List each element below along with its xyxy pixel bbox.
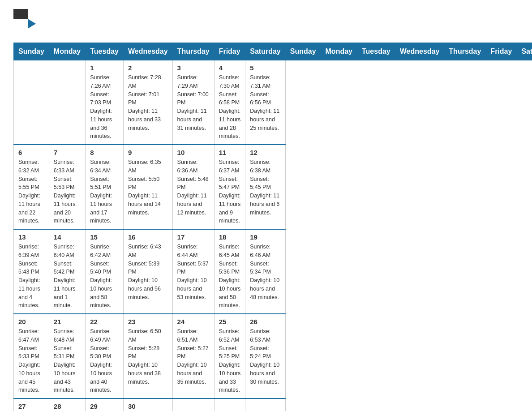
header-thursday: Thursday xyxy=(172,43,214,60)
col-header-sunday: Sunday xyxy=(285,43,321,60)
day-number: 14 xyxy=(54,233,81,241)
calendar-cell: 21Sunrise: 6:48 AMSunset: 5:31 PMDayligh… xyxy=(49,314,85,398)
day-number: 18 xyxy=(219,233,241,241)
day-number: 16 xyxy=(128,233,168,241)
day-number: 21 xyxy=(54,318,81,325)
calendar-table: SundayMondayTuesdayWednesdayThursdayFrid… xyxy=(13,43,532,411)
calendar-cell: 29Sunrise: 6:56 AMSunset: 5:20 PMDayligh… xyxy=(86,398,124,411)
calendar-cell: 17Sunrise: 6:44 AMSunset: 5:37 PMDayligh… xyxy=(172,229,214,314)
calendar-cell xyxy=(245,398,285,411)
calendar-cell xyxy=(49,60,85,145)
day-number: 3 xyxy=(177,64,210,72)
header-monday: Monday xyxy=(49,43,85,60)
day-info: Sunrise: 6:51 AMSunset: 5:27 PMDaylight:… xyxy=(177,327,210,386)
day-info: Sunrise: 6:42 AMSunset: 5:40 PMDaylight:… xyxy=(90,243,119,310)
day-number: 30 xyxy=(128,402,168,410)
day-info: Sunrise: 6:33 AMSunset: 5:53 PMDaylight:… xyxy=(54,158,81,225)
day-number: 8 xyxy=(90,149,119,156)
svg-marker-2 xyxy=(28,19,36,29)
svg-marker-1 xyxy=(13,19,28,29)
day-number: 10 xyxy=(177,149,210,156)
day-info: Sunrise: 6:34 AMSunset: 5:51 PMDaylight:… xyxy=(90,158,119,225)
day-number: 6 xyxy=(18,149,44,156)
calendar-cell: 12Sunrise: 6:38 AMSunset: 5:45 PMDayligh… xyxy=(245,145,285,229)
day-number: 20 xyxy=(18,318,44,325)
day-info: Sunrise: 6:36 AMSunset: 5:48 PMDaylight:… xyxy=(177,158,210,217)
day-info: Sunrise: 6:45 AMSunset: 5:36 PMDaylight:… xyxy=(219,243,241,310)
calendar-cell: 3Sunrise: 7:29 AMSunset: 7:00 PMDaylight… xyxy=(172,60,214,145)
header-wednesday: Wednesday xyxy=(123,43,172,60)
calendar-cell: 6Sunrise: 6:32 AMSunset: 5:55 PMDaylight… xyxy=(14,145,49,229)
calendar-cell: 10Sunrise: 6:36 AMSunset: 5:48 PMDayligh… xyxy=(172,145,214,229)
calendar-cell: 13Sunrise: 6:39 AMSunset: 5:43 PMDayligh… xyxy=(14,229,49,314)
logo xyxy=(13,9,38,34)
svg-rect-0 xyxy=(13,9,28,19)
day-info: Sunrise: 7:28 AMSunset: 7:01 PMDaylight:… xyxy=(128,73,168,132)
day-info: Sunrise: 7:31 AMSunset: 6:56 PMDaylight:… xyxy=(250,73,280,132)
day-info: Sunrise: 6:35 AMSunset: 5:50 PMDaylight:… xyxy=(128,158,168,217)
col-header-tuesday: Tuesday xyxy=(357,43,395,60)
calendar-cell: 18Sunrise: 6:45 AMSunset: 5:36 PMDayligh… xyxy=(214,229,245,314)
header-sunday: Sunday xyxy=(14,43,49,60)
day-info: Sunrise: 6:47 AMSunset: 5:33 PMDaylight:… xyxy=(18,327,44,394)
calendar-cell: 28Sunrise: 6:55 AMSunset: 5:21 PMDayligh… xyxy=(49,398,85,411)
day-info: Sunrise: 6:40 AMSunset: 5:42 PMDaylight:… xyxy=(54,243,81,310)
day-number: 1 xyxy=(90,64,119,72)
day-info: Sunrise: 6:52 AMSunset: 5:25 PMDaylight:… xyxy=(219,327,241,394)
calendar-cell: 24Sunrise: 6:51 AMSunset: 5:27 PMDayligh… xyxy=(172,314,214,398)
calendar-cell: 2Sunrise: 7:28 AMSunset: 7:01 PMDaylight… xyxy=(123,60,172,145)
header-friday: Friday xyxy=(214,43,245,60)
day-info: Sunrise: 6:37 AMSunset: 5:47 PMDaylight:… xyxy=(219,158,241,225)
day-number: 11 xyxy=(219,149,241,156)
day-number: 4 xyxy=(219,64,241,72)
day-number: 13 xyxy=(18,233,44,241)
day-info: Sunrise: 7:30 AMSunset: 6:58 PMDaylight:… xyxy=(219,73,241,141)
page-header xyxy=(13,9,519,34)
day-info: Sunrise: 7:26 AMSunset: 7:03 PMDaylight:… xyxy=(90,73,119,141)
day-number: 29 xyxy=(90,402,119,410)
day-number: 7 xyxy=(54,149,81,156)
calendar-cell: 9Sunrise: 6:35 AMSunset: 5:50 PMDaylight… xyxy=(123,145,172,229)
week-row-5: 27Sunrise: 6:54 AMSunset: 5:23 PMDayligh… xyxy=(14,398,532,411)
day-info: Sunrise: 6:46 AMSunset: 5:34 PMDaylight:… xyxy=(250,243,280,301)
calendar-cell: 5Sunrise: 7:31 AMSunset: 6:56 PMDaylight… xyxy=(245,60,285,145)
day-info: Sunrise: 6:39 AMSunset: 5:43 PMDaylight:… xyxy=(18,243,44,310)
calendar-cell: 19Sunrise: 6:46 AMSunset: 5:34 PMDayligh… xyxy=(245,229,285,314)
day-number: 25 xyxy=(219,318,241,325)
col-header-friday: Friday xyxy=(486,43,517,60)
day-number: 5 xyxy=(250,64,280,72)
day-info: Sunrise: 6:32 AMSunset: 5:55 PMDaylight:… xyxy=(18,158,44,225)
week-row-1: 1Sunrise: 7:26 AMSunset: 7:03 PMDaylight… xyxy=(14,60,532,145)
day-number: 23 xyxy=(128,318,168,325)
day-number: 28 xyxy=(54,402,81,410)
col-header-wednesday: Wednesday xyxy=(395,43,444,60)
col-header-monday: Monday xyxy=(321,43,357,60)
header-tuesday: Tuesday xyxy=(86,43,124,60)
day-number: 9 xyxy=(128,149,168,156)
calendar-cell: 22Sunrise: 6:49 AMSunset: 5:30 PMDayligh… xyxy=(86,314,124,398)
day-number: 17 xyxy=(177,233,210,241)
day-number: 27 xyxy=(18,402,44,410)
day-info: Sunrise: 7:29 AMSunset: 7:00 PMDaylight:… xyxy=(177,73,210,132)
calendar-cell: 26Sunrise: 6:53 AMSunset: 5:24 PMDayligh… xyxy=(245,314,285,398)
calendar-cell xyxy=(14,60,49,145)
logo-icon xyxy=(13,9,36,34)
calendar-cell: 30Sunrise: 6:58 AMSunset: 5:19 PMDayligh… xyxy=(123,398,172,411)
calendar-cell: 23Sunrise: 6:50 AMSunset: 5:28 PMDayligh… xyxy=(123,314,172,398)
calendar-cell: 25Sunrise: 6:52 AMSunset: 5:25 PMDayligh… xyxy=(214,314,245,398)
calendar-cell: 15Sunrise: 6:42 AMSunset: 5:40 PMDayligh… xyxy=(86,229,124,314)
day-info: Sunrise: 6:43 AMSunset: 5:39 PMDaylight:… xyxy=(128,243,168,301)
day-info: Sunrise: 6:53 AMSunset: 5:24 PMDaylight:… xyxy=(250,327,280,386)
calendar-cell: 8Sunrise: 6:34 AMSunset: 5:51 PMDaylight… xyxy=(86,145,124,229)
day-number: 26 xyxy=(250,318,280,325)
calendar-cell: 20Sunrise: 6:47 AMSunset: 5:33 PMDayligh… xyxy=(14,314,49,398)
day-info: Sunrise: 6:44 AMSunset: 5:37 PMDaylight:… xyxy=(177,243,210,301)
calendar-cell xyxy=(214,398,245,411)
day-number: 19 xyxy=(250,233,280,241)
calendar-cell xyxy=(172,398,214,411)
day-number: 22 xyxy=(90,318,119,325)
calendar-cell: 4Sunrise: 7:30 AMSunset: 6:58 PMDaylight… xyxy=(214,60,245,145)
calendar-cell: 27Sunrise: 6:54 AMSunset: 5:23 PMDayligh… xyxy=(14,398,49,411)
day-info: Sunrise: 6:38 AMSunset: 5:45 PMDaylight:… xyxy=(250,158,280,217)
day-number: 12 xyxy=(250,149,280,156)
